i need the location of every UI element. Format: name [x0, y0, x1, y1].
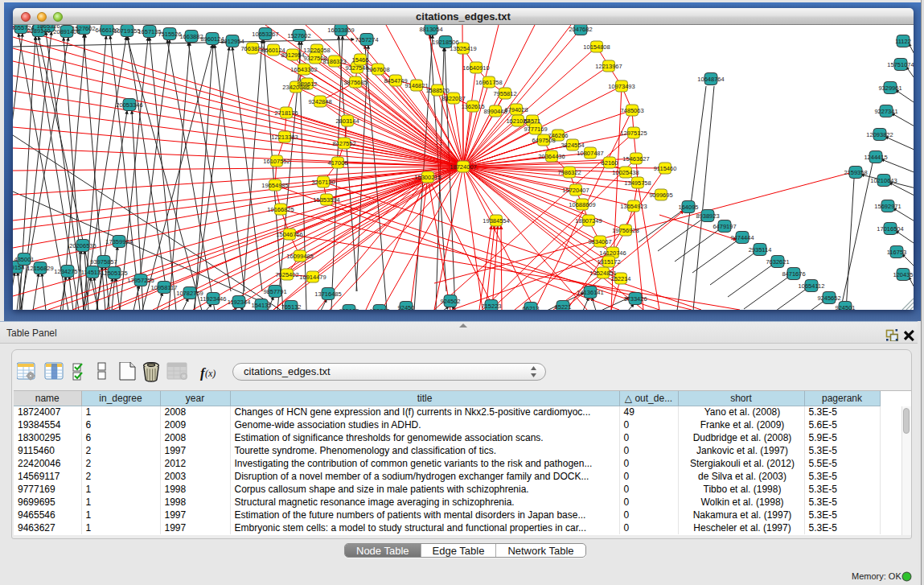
svg-text:10025438: 10025438	[612, 169, 639, 176]
svg-text:15720407: 15720407	[562, 187, 589, 194]
svg-text:16107552: 16107552	[263, 158, 290, 165]
svg-text:39154: 39154	[13, 264, 24, 271]
svg-text:16099485: 16099485	[286, 253, 313, 260]
svg-text:16914479: 16914479	[299, 274, 326, 281]
svg-text:2967608: 2967608	[366, 66, 389, 73]
svg-text:16640910: 16640910	[462, 64, 489, 72]
svg-text:10719155: 10719155	[113, 27, 140, 35]
svg-text:1527602: 1527602	[287, 32, 310, 39]
svg-text:8471676: 8471676	[782, 270, 805, 278]
svg-text:6479197: 6479197	[713, 223, 736, 230]
svg-text:13716485: 13716485	[314, 290, 341, 298]
svg-text:1815172: 1815172	[597, 258, 620, 266]
svg-text:20053346: 20053346	[116, 101, 142, 109]
svg-text:3267130: 3267130	[311, 179, 335, 186]
svg-text:8912954: 8912954	[220, 38, 244, 45]
svg-text:15751074: 15751074	[887, 61, 914, 68]
svg-text:7632621: 7632621	[766, 258, 789, 266]
svg-text:66213: 66213	[523, 305, 540, 311]
svg-text:6794028: 6794028	[504, 106, 528, 113]
svg-text:12093822: 12093822	[866, 131, 893, 138]
svg-text:3875685: 3875685	[343, 79, 367, 86]
svg-text:10210643: 10210643	[870, 177, 897, 184]
svg-text:15463627: 15463627	[622, 155, 649, 163]
svg-text:7955812: 7955812	[493, 90, 516, 97]
svg-text:1527602: 1527602	[72, 25, 95, 32]
svg-text:10648764: 10648764	[697, 76, 724, 83]
svg-text:17957255: 17957255	[127, 277, 154, 284]
svg-text:9099695: 9099695	[649, 192, 672, 199]
svg-text:10958117: 10958117	[151, 284, 178, 291]
svg-text:12505135: 12505135	[101, 270, 127, 277]
svg-text:12213967: 12213967	[595, 63, 622, 70]
svg-text:16033809: 16033809	[327, 27, 354, 34]
svg-text:16543362: 16543362	[290, 66, 317, 73]
svg-text:9146821: 9146821	[405, 82, 428, 89]
svg-text:924501: 924501	[835, 304, 855, 311]
svg-text:12975125: 12975125	[620, 130, 647, 137]
svg-text:8322037: 8322037	[441, 95, 465, 102]
svg-text:2047682: 2047682	[569, 26, 592, 33]
svg-text:9834067: 9834067	[588, 238, 611, 245]
svg-text:1244415: 1244415	[864, 154, 887, 161]
svg-text:133713: 133713	[369, 307, 389, 311]
svg-text:8427552: 8427552	[332, 140, 355, 147]
svg-text:1733426: 1733426	[623, 295, 647, 303]
svg-text:10654112: 10654112	[799, 282, 825, 290]
svg-text:2159358: 2159358	[844, 169, 867, 176]
svg-text:924502: 924502	[440, 298, 460, 305]
svg-text:20206535: 20206535	[69, 242, 96, 249]
svg-text:16961758: 16961758	[475, 79, 502, 86]
svg-text:9857791: 9857791	[263, 288, 286, 295]
svg-text:14120746: 14120746	[599, 249, 626, 257]
svg-text:8912954: 8912954	[281, 51, 304, 59]
svg-text:1663882: 1663882	[179, 33, 203, 40]
svg-text:10973493: 10973493	[608, 83, 634, 90]
svg-text:9777169: 9777169	[524, 126, 547, 133]
svg-text:10653267: 10653267	[252, 31, 278, 38]
svg-text:3824554: 3824554	[561, 142, 584, 149]
svg-text:20364436: 20364436	[538, 153, 565, 160]
svg-text:417006: 417006	[327, 159, 347, 167]
svg-text:10807487: 10807487	[577, 150, 603, 157]
svg-text:9474444: 9474444	[730, 234, 754, 241]
svg-text:(x): (x)	[205, 368, 216, 379]
svg-text:905135: 905135	[339, 307, 359, 311]
svg-text:17016504: 17016504	[877, 225, 903, 233]
svg-text:2803144: 2803144	[335, 117, 359, 125]
svg-text:93975857: 93975857	[90, 258, 117, 266]
svg-text:7986322: 7986322	[557, 169, 581, 176]
svg-text:116753: 116753	[887, 249, 906, 256]
svg-text:7625402: 7625402	[275, 271, 298, 278]
svg-text:13226058: 13226058	[303, 47, 330, 54]
svg-text:13654923: 13654923	[620, 203, 647, 210]
svg-text:15046766: 15046766	[276, 231, 302, 238]
svg-text:1588520: 1588520	[425, 87, 449, 94]
svg-text:17359924: 17359924	[105, 238, 132, 245]
svg-text:85221: 85221	[555, 303, 572, 311]
svg-text:989612: 989612	[297, 80, 317, 88]
svg-text:2935114: 2935114	[749, 246, 772, 253]
svg-text:15466: 15466	[352, 56, 369, 64]
svg-text:154135: 154135	[251, 302, 271, 309]
svg-text:12156829: 12156829	[27, 265, 53, 272]
svg-text:120435: 120435	[893, 271, 913, 278]
svg-text:8186323: 8186323	[322, 58, 346, 65]
svg-text:7357274: 7357274	[355, 36, 378, 43]
svg-text:13525419: 13525419	[450, 45, 476, 52]
svg-text:9242848: 9242848	[308, 98, 331, 105]
svg-text:10154808: 10154808	[583, 43, 610, 51]
svg-text:715223: 715223	[481, 303, 501, 310]
svg-text:18724007: 18724007	[450, 163, 476, 171]
svg-text:1192344: 1192344	[228, 299, 251, 306]
svg-text:62160: 62160	[602, 159, 618, 167]
svg-text:14136141: 14136141	[577, 289, 603, 296]
svg-text:9327546: 9327546	[345, 64, 368, 72]
svg-text:15353594: 15353594	[313, 196, 339, 204]
svg-text:164095: 164095	[678, 204, 698, 211]
svg-text:252214: 252214	[610, 275, 630, 282]
svg-text:11122: 11122	[895, 38, 911, 45]
svg-text:19384554: 19384554	[483, 217, 509, 225]
svg-text:13495758: 13495758	[624, 179, 651, 187]
svg-text:8990448: 8990448	[483, 108, 507, 115]
